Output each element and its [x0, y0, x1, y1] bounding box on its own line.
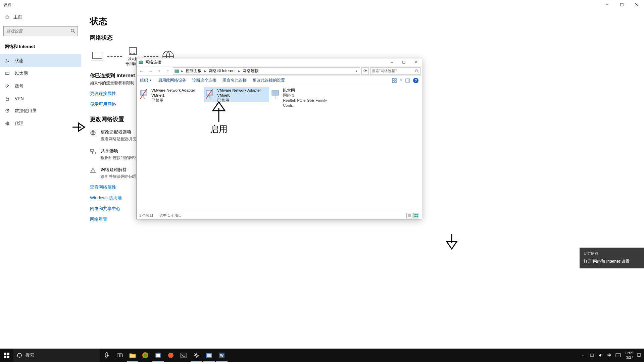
annotation-arrow-right [72, 121, 86, 133]
explorer-navbar: ← → ▾ ↑ ▶ 控制面板 ▶ 网络和 Internet ▶ 网络连接 ▾ ⟳… [137, 66, 422, 76]
toolbar-change-settings[interactable]: 更改此连接的设置 [253, 77, 285, 83]
status-selected-count: 选中 1 个项目 [159, 213, 182, 218]
tray-ime-indicator[interactable]: 中 [606, 353, 612, 358]
tray-clock[interactable]: 11:09 3/27 [624, 351, 633, 359]
toolbar-rename[interactable]: 重命名此连接 [222, 77, 247, 83]
maximize-button[interactable] [614, 0, 629, 9]
svg-rect-25 [175, 70, 179, 72]
svg-rect-69 [590, 354, 594, 356]
svg-rect-32 [406, 79, 410, 82]
connection-item-vmnet8[interactable]: VMware Network Adapter VMnet8 已禁用 [204, 87, 269, 102]
explorer-maximize-button[interactable] [398, 59, 410, 66]
settings-search-input[interactable] [3, 26, 78, 36]
explorer-titlebar[interactable]: 网络连接 [137, 58, 422, 66]
tray-time: 11:09 [624, 351, 633, 355]
svg-point-6 [6, 62, 6, 62]
settings-search[interactable] [3, 26, 78, 36]
svg-point-26 [415, 69, 418, 72]
breadcrumb-item[interactable]: 控制面板 [185, 68, 202, 74]
taskbar-file-explorer[interactable] [126, 349, 139, 362]
tray-network-icon[interactable] [589, 353, 595, 358]
share-icon [90, 148, 96, 161]
breadcrumb-item[interactable]: 网络和 Internet [208, 68, 236, 74]
diagram-line [107, 56, 122, 57]
svg-rect-66 [207, 354, 211, 357]
tray-date: 3/27 [624, 355, 633, 360]
nav-back-button[interactable]: ← [138, 67, 145, 75]
svg-rect-48 [416, 216, 418, 217]
taskbar-search[interactable]: 搜索 [13, 349, 100, 362]
svg-rect-63 [181, 353, 187, 358]
refresh-button[interactable]: ⟳ [361, 67, 369, 75]
sidebar-item-ethernet[interactable]: 以太网 [0, 67, 81, 80]
tray-volume-icon[interactable] [598, 353, 604, 358]
sidebar-item-proxy[interactable]: 代理 [0, 117, 81, 130]
svg-point-62 [168, 353, 174, 358]
taskbar-mic-button[interactable] [100, 352, 113, 358]
svg-rect-19 [139, 61, 143, 64]
sidebar-item-label: 数据使用量 [15, 108, 37, 114]
taskbar-task-view[interactable] [113, 349, 126, 362]
explorer-close-button[interactable] [410, 59, 422, 66]
svg-rect-76 [637, 354, 641, 356]
explorer-search[interactable]: 搜索"网络连接" [370, 67, 420, 75]
preview-pane-button[interactable] [404, 77, 411, 84]
connection-item-vmnet1[interactable]: VMware Network Adapter VMnet1 已禁用 [139, 87, 203, 102]
toolbar-organize[interactable]: 组织 ▼ [140, 77, 152, 83]
sidebar-item-vpn[interactable]: VPN [0, 93, 81, 104]
breadcrumb-dropdown[interactable]: ▾ [355, 69, 358, 73]
taskbar-control-panel[interactable] [203, 349, 215, 362]
toolbar-diagnose[interactable]: 诊断这个连接 [192, 77, 216, 83]
toolbar-enable-device[interactable]: 启用此网络设备 [158, 77, 186, 83]
tray-notifications-icon[interactable] [636, 353, 642, 358]
tooltip-body: 打开"网络和 Internet"设置 [584, 259, 640, 264]
connection-item-ethernet[interactable]: 以太网 网络 3 Realtek PCIe GbE Family Contr..… [270, 87, 335, 102]
taskbar-vmware[interactable] [152, 349, 164, 362]
nav-up-button[interactable]: ↑ [164, 67, 171, 75]
minimize-button[interactable] [600, 0, 614, 9]
troubleshoot-icon [90, 167, 96, 179]
connection-name: VMware Network Adapter VMnet8 [217, 88, 268, 98]
sidebar-home[interactable]: 主页 [0, 11, 81, 23]
chevron-right-icon[interactable]: ▶ [180, 69, 184, 73]
taskbar-terminal[interactable] [177, 349, 190, 362]
close-button[interactable] [629, 0, 644, 9]
breadcrumb-item[interactable]: 网络连接 [242, 68, 259, 74]
sidebar-item-label: VPN [15, 96, 24, 101]
vpn-icon [5, 96, 10, 101]
sidebar-item-status[interactable]: 状态 [0, 54, 81, 67]
tray-ime-keyboard-icon[interactable] [615, 353, 621, 357]
chevron-right-icon[interactable]: ▶ [203, 69, 207, 73]
view-options-button[interactable] [391, 77, 398, 84]
taskbar-firefox[interactable] [139, 349, 152, 362]
sidebar-item-label: 状态 [15, 58, 23, 64]
view-options-dropdown[interactable]: ▼ [400, 79, 402, 82]
explorer-minimize-button[interactable] [386, 59, 398, 66]
svg-point-59 [144, 354, 147, 357]
taskbar-app-orange[interactable] [164, 349, 177, 362]
dialup-icon [5, 84, 10, 89]
svg-rect-20 [140, 60, 142, 61]
taskbar-word[interactable]: W [215, 349, 228, 362]
nav-forward-button[interactable]: → [147, 67, 154, 75]
explorer-item-area[interactable]: VMware Network Adapter VMnet1 已禁用 VMware… [137, 85, 422, 212]
taskbar-settings[interactable] [190, 349, 203, 362]
view-icons-button[interactable] [413, 213, 419, 218]
svg-rect-56 [120, 354, 122, 357]
status-item-count: 3 个项目 [139, 213, 153, 218]
svg-rect-28 [392, 79, 394, 80]
taskbar-search-placeholder: 搜索 [26, 352, 34, 358]
network-adapter-disabled-icon [139, 88, 149, 101]
view-details-button[interactable] [406, 213, 412, 218]
start-button[interactable] [0, 349, 13, 362]
sidebar-item-dialup[interactable]: 拨号 [0, 80, 81, 93]
connection-device: Realtek PCIe GbE Family Contr... [283, 98, 334, 108]
tray-chevron-up-icon[interactable] [580, 354, 586, 357]
help-button[interactable]: ? [413, 78, 418, 83]
svg-text:W: W [220, 353, 224, 357]
nav-recent-dropdown[interactable]: ▾ [155, 67, 163, 75]
breadcrumb[interactable]: ▶ 控制面板 ▶ 网络和 Internet ▶ 网络连接 ▾ [173, 67, 360, 75]
chevron-right-icon[interactable]: ▶ [237, 69, 241, 73]
sidebar-item-data-usage[interactable]: 数据使用量 [0, 104, 81, 117]
status-icon [5, 58, 10, 63]
